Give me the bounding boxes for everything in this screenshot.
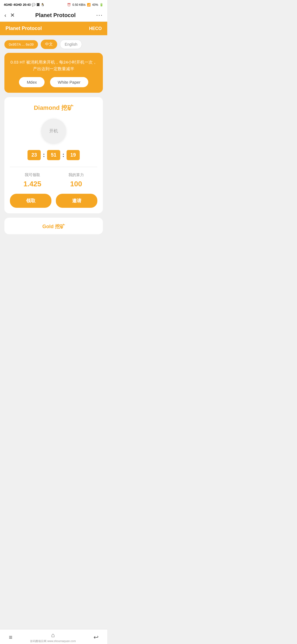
claim-button[interactable]: 领取 <box>10 194 51 208</box>
stats-divider <box>10 167 97 167</box>
timer-minutes: 51 <box>47 150 60 160</box>
claimable-label: 我可领取 <box>23 173 41 178</box>
info-description: 0.03 HT 被消耗用来开机，每24小时开机一次，产出达到一定数量减半 <box>10 59 97 72</box>
back-button[interactable]: ‹ <box>4 12 6 18</box>
timer-seconds: 19 <box>67 150 80 160</box>
wifi-icon: 📶 <box>87 3 91 7</box>
gold-mining-title: Gold 挖矿 <box>10 223 97 230</box>
battery-icon: 🔋 <box>100 3 103 7</box>
status-right: ⏰ 0.50 KB/s 📶 43% 🔋 <box>67 3 103 7</box>
signal-label-1: 4GHD <box>4 3 12 6</box>
time-display: 20:43 <box>23 3 31 6</box>
more-options-button[interactable]: ··· <box>96 12 103 19</box>
english-language-button[interactable]: English <box>60 40 82 49</box>
timer-colon-1: : <box>43 152 45 158</box>
wallet-address[interactable]: 0x957A ... 6e39 <box>4 40 38 49</box>
status-left: 4GHD 4GHD 20:43 💬 🖼 🐧 <box>4 3 45 7</box>
hashrate-stat: 我的算力 100 <box>68 173 84 188</box>
page-title: Planet Protocol <box>35 12 76 18</box>
invite-button[interactable]: 邀请 <box>56 194 97 208</box>
mining-card-title: Diamond 挖矿 <box>10 104 97 112</box>
battery-level: 43% <box>92 3 98 6</box>
network-speed: 0.50 KB/s <box>72 3 86 6</box>
stats-row: 我可领取 1.425 我的算力 100 <box>10 173 97 188</box>
hashrate-label: 我的算力 <box>68 173 84 178</box>
photo-icon: 🖼 <box>37 3 40 6</box>
status-bar: 4GHD 4GHD 20:43 💬 🖼 🐧 ⏰ 0.50 KB/s 📶 43% … <box>0 0 107 9</box>
info-buttons-row: Mdex White Paper <box>10 77 97 87</box>
timer-hours: 23 <box>28 150 41 160</box>
power-button-container: 开机 <box>10 119 97 143</box>
main-content: 0x957A ... 6e39 中文 English 0.03 HT 被消耗用来… <box>0 35 107 255</box>
timer-colon-2: : <box>62 152 64 158</box>
info-banner: 0.03 HT 被消耗用来开机，每24小时开机一次，产出达到一定数量减半 Mde… <box>4 53 103 93</box>
hashrate-value: 100 <box>68 180 84 188</box>
mining-card: Diamond 挖矿 开机 23 : 51 : 19 我可领取 1.425 我的… <box>4 97 103 213</box>
qq-icon: 🐧 <box>41 3 45 7</box>
address-language-row: 0x957A ... 6e39 中文 English <box>4 40 103 49</box>
power-button[interactable]: 开机 <box>41 119 66 143</box>
wechat-icon: 💬 <box>32 3 35 7</box>
chinese-language-button[interactable]: 中文 <box>41 40 57 49</box>
close-button[interactable]: ✕ <box>10 12 15 18</box>
action-buttons-row: 领取 邀请 <box>10 194 97 208</box>
claimable-value: 1.425 <box>23 180 41 188</box>
white-paper-button[interactable]: White Paper <box>50 77 88 87</box>
header-title: Planet Protocol <box>6 26 42 31</box>
network-badge: HECO <box>89 26 102 31</box>
nav-bar: ‹ ✕ Planet Protocol ··· <box>0 9 107 22</box>
alarm-icon: ⏰ <box>67 3 71 7</box>
signal-label-2: 4GHD <box>13 3 22 6</box>
claimable-stat: 我可领取 1.425 <box>23 173 41 188</box>
countdown-timer: 23 : 51 : 19 <box>10 150 97 160</box>
orange-header: Planet Protocol HECO <box>0 22 107 35</box>
nav-left: ‹ ✕ <box>4 12 15 18</box>
mdex-button[interactable]: Mdex <box>19 77 45 87</box>
gold-mining-card-preview: Gold 挖矿 <box>4 218 103 234</box>
